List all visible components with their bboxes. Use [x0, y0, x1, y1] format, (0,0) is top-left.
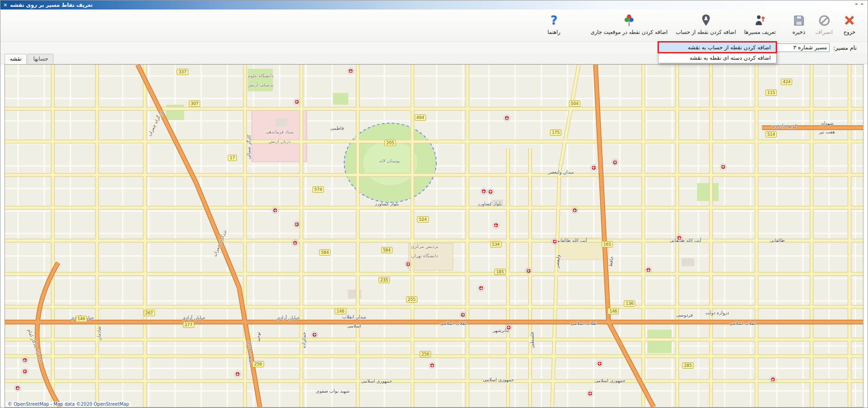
route-number-shield: 267 — [143, 310, 155, 316]
point-marker[interactable] — [22, 368, 28, 374]
map-street-label: آیت الله طالقانی — [556, 237, 587, 242]
point-marker[interactable] — [292, 240, 298, 246]
map-street-label: شهید نواب صفوی — [316, 389, 349, 394]
tab-accounts[interactable]: حسابها — [28, 54, 53, 64]
map-street-label: جمهوری اسلامی — [594, 378, 625, 383]
route-number-shield: 146 — [76, 316, 87, 322]
point-marker[interactable] — [525, 268, 531, 274]
point-marker[interactable] — [429, 363, 435, 369]
cancel-button[interactable]: انصراف — [812, 12, 836, 36]
point-marker[interactable] — [572, 208, 577, 213]
route-number-shield: 146 — [335, 308, 346, 314]
point-marker[interactable] — [348, 68, 354, 74]
map-street-label: کریم خان زند — [772, 123, 797, 128]
map-street-label: خیابان آزادی — [182, 315, 205, 320]
tab-scroll-arrows[interactable]: ◄ ► — [854, 2, 865, 6]
map-street-label: فاطمی — [330, 126, 344, 131]
map-street-label: بلوار کشاورز — [375, 201, 399, 206]
point-marker[interactable] — [506, 324, 511, 330]
map-canvas[interactable]: بزرگراه چمرانبزرگراه چمرانبزرگراه یادگار… — [5, 64, 863, 408]
map-street-label: شادمان — [96, 326, 101, 341]
route-number-shield: 256 — [253, 361, 264, 367]
point-marker[interactable] — [646, 267, 652, 273]
point-marker[interactable] — [612, 159, 618, 165]
point-marker[interactable] — [405, 261, 411, 267]
route-number-shield: 175 — [550, 129, 562, 136]
point-marker[interactable] — [504, 115, 510, 121]
point-marker[interactable] — [591, 165, 596, 171]
colored-pin-icon — [623, 13, 635, 28]
map-street-label: دژبان ارتش — [268, 138, 291, 143]
point-marker[interactable] — [677, 235, 682, 241]
point-marker[interactable] — [481, 189, 486, 195]
route-number-shield: 165 — [601, 241, 613, 247]
route-number-shield: 185 — [494, 269, 506, 275]
route-number-shield: 524 — [417, 216, 429, 223]
point-marker[interactable] — [22, 357, 28, 363]
map-street-label: آیت الله طالقانی — [670, 237, 701, 242]
route-number-shield: 255 — [406, 296, 417, 303]
map-street-label: ولیعصر — [554, 255, 560, 269]
save-icon — [793, 13, 805, 28]
save-button[interactable]: ذخیره — [787, 12, 811, 36]
menu-item-add-batch-points[interactable]: اضافه کردن دسته ای نقطه به نقشه — [658, 52, 776, 63]
route-number-shield: 504 — [569, 100, 580, 107]
map-street-label: هفت تیر — [819, 129, 835, 134]
map-street-label: پردیس مرکزی — [411, 244, 438, 249]
add-point-from-account-button[interactable]: اضافه کردن نقطه از حساب — [672, 12, 739, 36]
point-marker[interactable] — [234, 371, 240, 377]
add-point-dropdown-menu: اضافه کردن نقطه از حساب به نقشه اضافه کر… — [658, 42, 777, 63]
point-marker[interactable] — [294, 99, 300, 104]
map-street-label: جمهوری اسلامی — [361, 379, 392, 384]
point-marker[interactable] — [720, 164, 726, 170]
point-marker[interactable] — [478, 285, 484, 291]
help-icon: ? — [550, 13, 557, 28]
route-number-shield: 584 — [381, 247, 392, 253]
route-number-shield: 514 — [766, 131, 777, 138]
map-overlay: بزرگراه چمرانبزرگراه چمرانبزرگراه یادگار… — [5, 65, 863, 407]
map-street-label: توحید — [256, 332, 261, 342]
define-routes-button[interactable]: تعریف مسیرها — [741, 12, 779, 36]
close-icon[interactable]: ✕ — [3, 2, 7, 8]
route-number-shield: 494 — [415, 114, 426, 121]
route-number-shield: 115 — [766, 90, 777, 96]
help-label: راهنما — [548, 29, 560, 35]
point-marker[interactable] — [770, 377, 776, 383]
map-street-label: بزرگراه چمران — [147, 109, 163, 137]
map-street-label: میدان ولیعصر — [548, 169, 574, 174]
route-number-shield: 277 — [183, 322, 194, 328]
point-marker[interactable] — [15, 385, 21, 391]
window-title: تعریف نقاط مسیر بر روی نقشه — [10, 2, 93, 8]
exit-icon — [843, 13, 856, 28]
map-street-label: فلسطین — [529, 332, 534, 348]
point-marker[interactable] — [312, 332, 318, 337]
point-marker[interactable] — [272, 208, 278, 213]
save-label: ذخیره — [792, 29, 805, 35]
point-marker[interactable] — [294, 221, 300, 227]
route-number-shield: 534 — [490, 241, 501, 247]
map-street-label: میدان انقلاب — [342, 314, 366, 319]
osm-attribution[interactable]: © OpenStreetMap - Map data ©2020 OpenStr… — [6, 402, 131, 407]
point-marker[interactable] — [493, 223, 499, 228]
map-street-label: بزرگراه چمران — [212, 229, 227, 257]
map-street-label: بلوار کشاورز — [478, 201, 502, 206]
pin-person-icon — [700, 13, 712, 28]
help-button[interactable]: ? راهنما — [542, 12, 566, 36]
map-street-label: پزشکی ارتش — [248, 82, 274, 87]
point-marker[interactable] — [488, 189, 494, 195]
map-street-label: کارگر جنوبی — [246, 341, 251, 364]
add-point-current-button[interactable]: اضافه کردن نقطه در موقعیت جاری — [587, 12, 671, 36]
cancel-label: انصراف — [816, 29, 833, 35]
point-marker[interactable] — [460, 312, 466, 318]
point-marker[interactable] — [596, 361, 602, 366]
tab-map[interactable]: نقشه — [5, 54, 27, 64]
exit-button[interactable]: خروج — [838, 12, 861, 36]
route-number-shield: 205 — [385, 140, 396, 146]
exit-label: خروج — [844, 29, 855, 35]
point-marker[interactable] — [587, 390, 593, 396]
map-street-label: حافظ — [608, 256, 614, 267]
point-marker[interactable] — [552, 238, 558, 244]
menu-item-add-point-from-account[interactable]: اضافه کردن نقطه از حساب به نقشه — [658, 42, 776, 52]
map-street-label: طالقانی — [770, 237, 785, 242]
map-street-label: انقلاب اسلامی — [571, 320, 598, 325]
